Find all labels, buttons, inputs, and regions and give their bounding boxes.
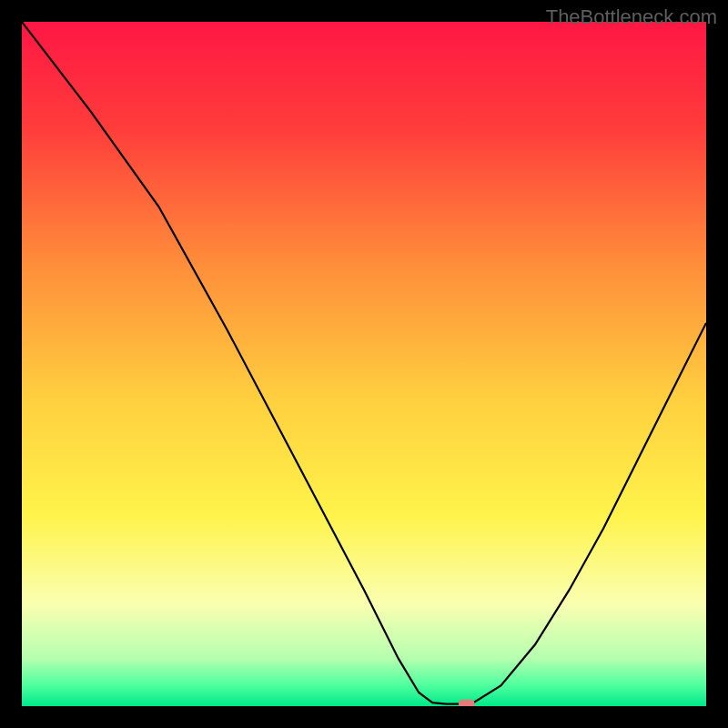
- chart-background: [22, 22, 706, 706]
- watermark-text: TheBottleneck.com: [546, 5, 717, 29]
- chart-svg: [22, 22, 706, 706]
- optimal-marker: [459, 700, 475, 706]
- bottleneck-chart: [22, 22, 706, 706]
